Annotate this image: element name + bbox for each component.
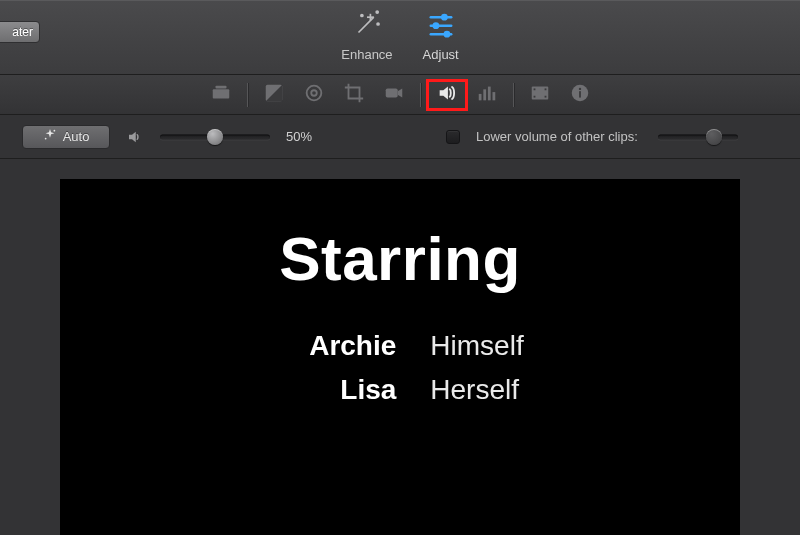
- svg-rect-18: [478, 94, 481, 100]
- credit-role: Himself: [430, 330, 523, 362]
- lower-volume-slider[interactable]: [658, 130, 738, 144]
- svg-point-15: [306, 86, 321, 101]
- volume-row: Auto 50% Lower volume of other clips:: [0, 115, 800, 159]
- camera-icon: [383, 82, 405, 107]
- lower-volume-checkbox[interactable]: [446, 130, 460, 144]
- credits-list: Archie Himself Lisa Herself: [276, 330, 523, 406]
- tab-color-correction[interactable]: [254, 80, 294, 110]
- auto-button[interactable]: Auto: [22, 125, 110, 149]
- magic-wand-icon: [350, 7, 384, 41]
- volume-percent: 50%: [286, 129, 334, 144]
- svg-point-5: [377, 23, 379, 25]
- lower-volume-slider-knob[interactable]: [706, 129, 722, 145]
- adjust-tabs-bar: [0, 75, 800, 115]
- svg-rect-17: [385, 88, 397, 97]
- svg-rect-12: [212, 89, 229, 98]
- svg-rect-20: [487, 87, 490, 101]
- volume-slider-knob[interactable]: [207, 129, 223, 145]
- svg-rect-26: [544, 96, 546, 98]
- lower-volume-label: Lower volume of other clips:: [476, 129, 638, 144]
- svg-point-29: [578, 88, 580, 90]
- svg-rect-24: [533, 96, 535, 98]
- credit-row: Archie Himself: [276, 330, 523, 362]
- color-balance-icon: [210, 82, 232, 107]
- tab-crop[interactable]: [334, 80, 374, 110]
- credit-role: Herself: [430, 374, 519, 406]
- svg-rect-23: [533, 88, 535, 90]
- credit-name: Archie: [276, 330, 396, 362]
- svg-line-0: [358, 17, 373, 32]
- tab-stabilization[interactable]: [374, 80, 414, 110]
- separator: [513, 83, 514, 107]
- top-toolbar: ater Enhance: [0, 0, 800, 75]
- svg-point-16: [311, 90, 317, 96]
- credit-row: Lisa Herself: [276, 374, 523, 406]
- volume-slider[interactable]: [160, 130, 270, 144]
- separator: [247, 83, 248, 107]
- filmstrip-icon: [529, 82, 551, 107]
- equalizer-icon: [476, 82, 498, 107]
- svg-rect-25: [544, 88, 546, 90]
- tab-speed[interactable]: [520, 80, 560, 110]
- auto-label: Auto: [63, 129, 90, 144]
- sliders-icon: [424, 7, 458, 41]
- svg-rect-19: [483, 89, 486, 100]
- tab-volume[interactable]: [427, 80, 467, 110]
- tab-clip-info[interactable]: [560, 80, 600, 110]
- top-tools: Enhance Adjust: [0, 7, 800, 62]
- sparkle-icon: [43, 128, 57, 145]
- svg-point-11: [443, 31, 450, 38]
- enhance-label: Enhance: [341, 47, 392, 62]
- svg-point-31: [44, 138, 46, 140]
- color-wheel-icon: [303, 82, 325, 107]
- credits-title: Starring: [279, 223, 521, 294]
- tab-noise-reduction[interactable]: [467, 80, 507, 110]
- svg-rect-13: [215, 86, 226, 89]
- credit-name: Lisa: [276, 374, 396, 406]
- contrast-icon: [263, 82, 285, 107]
- crop-icon: [343, 82, 365, 107]
- tab-color-balance[interactable]: [201, 80, 241, 110]
- svg-point-30: [53, 130, 55, 132]
- svg-point-9: [441, 14, 448, 21]
- info-icon: [569, 82, 591, 107]
- speaker-icon: [436, 82, 458, 107]
- adjust-label: Adjust: [423, 47, 459, 62]
- tab-color-wheel[interactable]: [294, 80, 334, 110]
- enhance-tool[interactable]: Enhance: [341, 7, 392, 62]
- svg-rect-28: [579, 91, 581, 97]
- svg-point-3: [376, 11, 378, 13]
- svg-point-4: [361, 14, 363, 16]
- separator: [420, 83, 421, 107]
- svg-point-10: [432, 22, 439, 29]
- volume-icon: [126, 128, 144, 146]
- adjust-tool[interactable]: Adjust: [423, 7, 459, 62]
- preview-area: Starring Archie Himself Lisa Herself: [0, 159, 800, 535]
- video-preview[interactable]: Starring Archie Himself Lisa Herself: [60, 179, 740, 535]
- svg-rect-21: [492, 92, 495, 100]
